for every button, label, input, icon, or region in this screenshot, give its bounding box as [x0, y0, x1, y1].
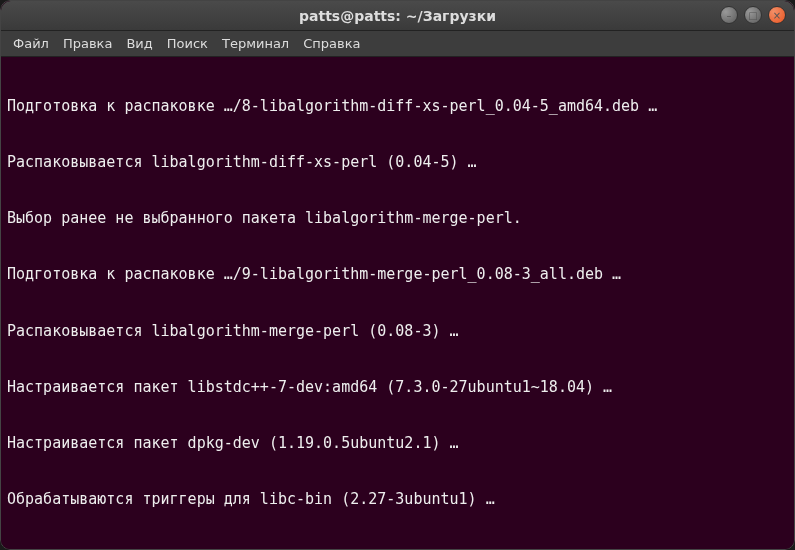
maximize-button[interactable]: □	[744, 6, 762, 24]
menu-view[interactable]: Вид	[126, 36, 152, 51]
terminal-output-line: Распаковывается libalgorithm-diff-xs-per…	[7, 153, 788, 172]
terminal-output-line: Настраивается пакет dpkg-dev (1.19.0.5ub…	[7, 434, 788, 453]
terminal-output-line: Обрабатываются триггеры для libc-bin (2.…	[7, 490, 788, 509]
terminal-output-line: Настраивается пакет libfakeroot:amd64 (1…	[7, 547, 788, 550]
terminal-output-line: Распаковывается libalgorithm-merge-perl …	[7, 322, 788, 341]
close-button[interactable]: ×	[768, 6, 786, 24]
menu-terminal[interactable]: Терминал	[222, 36, 289, 51]
menu-search[interactable]: Поиск	[167, 36, 208, 51]
minimize-button[interactable]: –	[720, 6, 738, 24]
menu-edit[interactable]: Правка	[63, 36, 112, 51]
terminal-output-line: Подготовка к распаковке …/8-libalgorithm…	[7, 97, 788, 116]
terminal-output-line: Выбор ранее не выбранного пакета libalgo…	[7, 209, 788, 228]
terminal-output-line: Настраивается пакет libstdc++-7-dev:amd6…	[7, 378, 788, 397]
window-controls: – □ ×	[720, 6, 786, 24]
menu-file[interactable]: Файл	[13, 36, 49, 51]
menu-help[interactable]: Справка	[303, 36, 360, 51]
menubar: Файл Правка Вид Поиск Терминал Справка	[1, 31, 794, 57]
titlebar[interactable]: patts@patts: ~/Загрузки – □ ×	[1, 1, 794, 31]
window-title: patts@patts: ~/Загрузки	[299, 8, 496, 24]
terminal-window: patts@patts: ~/Загрузки – □ × Файл Правк…	[0, 0, 795, 550]
terminal-area[interactable]: Подготовка к распаковке …/8-libalgorithm…	[1, 57, 794, 549]
terminal-output-line: Подготовка к распаковке …/9-libalgorithm…	[7, 265, 788, 284]
